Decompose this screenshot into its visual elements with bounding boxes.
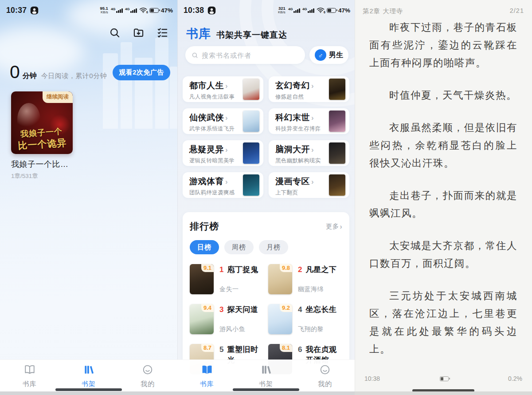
book-title[interactable]: 我娘子一个比…: [11, 159, 69, 170]
reader-footer: 10:38 0.2%: [364, 375, 522, 383]
import-icon[interactable]: [133, 27, 145, 39]
ranked-book-4[interactable]: 9.2 4坐忘长生飞翔的黎: [268, 304, 342, 334]
book-cover-thumb: 9.4: [190, 304, 214, 334]
ranked-book-2[interactable]: 9.8 2凡星之下幽蓝海绵: [268, 264, 342, 294]
paragraph: 太安城是大齐京都，常住人口数百万，面积辽阔。: [369, 237, 517, 273]
category-scifi[interactable]: 科幻末世› 科技异变生存博弈: [269, 108, 349, 134]
checklist-icon[interactable]: [156, 27, 168, 39]
screen-edge: [0, 391, 177, 395]
nav-mine[interactable]: 我的: [296, 360, 355, 391]
bookshelf-icon: [83, 364, 94, 377]
category-comics[interactable]: 漫画专区› 上下翻页: [269, 172, 349, 198]
shelf-screen: 10:37 95.1KB/s 4G 4G 6 47%: [0, 0, 177, 395]
watch-ad-button[interactable]: 观看2次免广告: [113, 65, 170, 80]
screen-edge: [355, 391, 532, 395]
nav-library[interactable]: 书库: [0, 360, 59, 391]
ranked-book-3[interactable]: 9.4 3探天问道游风小鱼: [190, 304, 264, 334]
category-cover-thumb: [329, 79, 345, 100]
rating-badge: 8.1: [280, 344, 292, 352]
continue-reading-badge: 继续阅读: [43, 91, 73, 103]
category-fantasy[interactable]: 玄幻奇幻› 修炼超自然: [269, 76, 349, 102]
nav-shelf[interactable]: 书架: [59, 360, 118, 391]
page-title: 书库: [186, 26, 211, 42]
ranked-book-1[interactable]: 9.1 1庖丁捉鬼金失一: [190, 264, 264, 294]
page-subtitle: 书架共享一键直达: [216, 29, 287, 41]
footer-battery-percent: 0.2%: [508, 375, 522, 382]
nav-mine[interactable]: 我的: [118, 360, 177, 391]
signal-icon: 4G: [302, 8, 314, 13]
reader-page-area[interactable]: 昨夜下过雨，巷子的青石板面有些泥泞，鎏边的云靴踩在上面有种闷厚的啪嗒声。 时值仲…: [369, 19, 517, 375]
bookshelf-icon: [260, 364, 272, 377]
home-indicator[interactable]: [233, 388, 299, 391]
ranking-tabs: 日榜 周榜 月榜: [190, 240, 342, 254]
rank-number: 4: [298, 304, 302, 315]
skyline-decoration: [121, 42, 132, 129]
skyline-decoration: [170, 67, 177, 129]
minutes-value: 0: [10, 63, 20, 81]
home-indicator[interactable]: [55, 388, 122, 391]
nav-shelf[interactable]: 书架: [236, 360, 295, 391]
chevron-right-icon: ›: [225, 146, 228, 154]
chevron-right-icon: ›: [311, 82, 314, 90]
ranking-more-link[interactable]: 更多›: [326, 222, 342, 231]
category-suspense[interactable]: 悬疑灵异› 逻辑反转暗黑美学: [183, 140, 263, 166]
battery-icon: [149, 8, 159, 13]
paragraph: 昨夜下过雨，巷子的青石板面有些泥泞，鎏边的云靴踩在上面有种闷厚的啪嗒声。: [369, 19, 517, 72]
category-cover-thumb: [329, 142, 345, 164]
nav-library[interactable]: 书库: [177, 360, 236, 391]
reading-stats: 0 分钟 今日阅读，累计0分钟: [10, 63, 111, 81]
rank-number: 5: [219, 344, 223, 355]
book-progress: 1章/531章: [11, 172, 38, 180]
chevron-right-icon: ›: [340, 223, 342, 230]
status-bar: 10:37 95.1KB/s 4G 4G 6 47%: [6, 4, 173, 16]
battery-percent: 47%: [161, 7, 173, 14]
user-badge-icon: [30, 6, 39, 15]
reader-screen: 第2章 大理寺 2/21 昨夜下过雨，巷子的青石板面有些泥泞，鎏边的云靴踩在上面…: [355, 0, 532, 395]
category-cover-thumb: [329, 174, 345, 196]
skyline-decoration: [155, 38, 168, 129]
category-urban[interactable]: 都市人生› 凡人视角生活叙事: [183, 76, 263, 102]
rank-number: 3: [219, 304, 223, 315]
chevron-right-icon: ›: [225, 114, 228, 122]
tab-daily[interactable]: 日榜: [190, 240, 219, 254]
screen-edge: [177, 391, 355, 395]
book-cover-thumb: 9.1: [190, 264, 214, 294]
tab-weekly[interactable]: 周榜: [224, 240, 254, 254]
minutes-unit: 分钟: [23, 71, 37, 81]
continue-reading-book-cover[interactable]: 继续阅读 我娘子一个 比一个诡异: [11, 91, 73, 154]
cover-title: 我娘子一个 比一个诡异: [11, 125, 73, 153]
search-icon[interactable]: [109, 27, 121, 39]
rating-badge: 9.1: [201, 264, 214, 272]
paragraph: 时值仲夏，天气干燥炎热。: [369, 87, 517, 104]
bottom-nav: 书库 书架 我的: [0, 359, 177, 391]
rank-number: 2: [298, 265, 302, 275]
paragraph: 衣服虽然柔顺，但是依旧有些闷热，余乾稍显苍白的脸上很快又沁出汗珠。: [369, 119, 517, 172]
bottom-nav: 书库 书架 我的: [177, 359, 355, 391]
status-bar: 10:38 321KB/s 4G 4G 6 47%: [184, 4, 350, 16]
category-cover-thumb: [243, 174, 259, 196]
network-speed: 321KB/s: [278, 6, 286, 14]
signal-icon: 4G: [111, 8, 123, 13]
category-cover-thumb: [243, 111, 259, 132]
shelf-toolbar: [109, 27, 168, 39]
category-xianxia[interactable]: 仙侠武侠› 武学体系悟道飞升: [183, 108, 263, 134]
gender-toggle[interactable]: ♂ 男生: [309, 46, 348, 64]
category-cover-thumb: [329, 111, 345, 132]
clock: 10:38: [184, 6, 204, 15]
category-brainhole[interactable]: 脑洞大开› 黑色幽默解构现实: [269, 140, 349, 166]
tab-monthly[interactable]: 月榜: [259, 240, 288, 254]
male-icon: ♂: [315, 49, 326, 61]
search-box[interactable]: [185, 46, 305, 64]
search-icon: [192, 52, 198, 59]
search-input[interactable]: [202, 51, 299, 59]
wifi-icon: 6: [139, 7, 147, 13]
library-book-icon: [24, 364, 35, 377]
triple-screenshot-stage: 10:37 95.1KB/s 4G 4G 6 47%: [0, 0, 532, 395]
signal-icon: 4G: [288, 8, 300, 13]
smiley-icon: [142, 364, 153, 377]
library-header: 书库 书架共享一键直达: [186, 26, 287, 42]
reader-header: 第2章 大理寺 2/21: [363, 7, 524, 16]
user-badge-icon: [207, 6, 216, 15]
category-games-sports[interactable]: 游戏体育› 团队羁绊逆袭爽感: [183, 172, 263, 198]
book-cover-thumb: 9.2: [268, 304, 292, 334]
